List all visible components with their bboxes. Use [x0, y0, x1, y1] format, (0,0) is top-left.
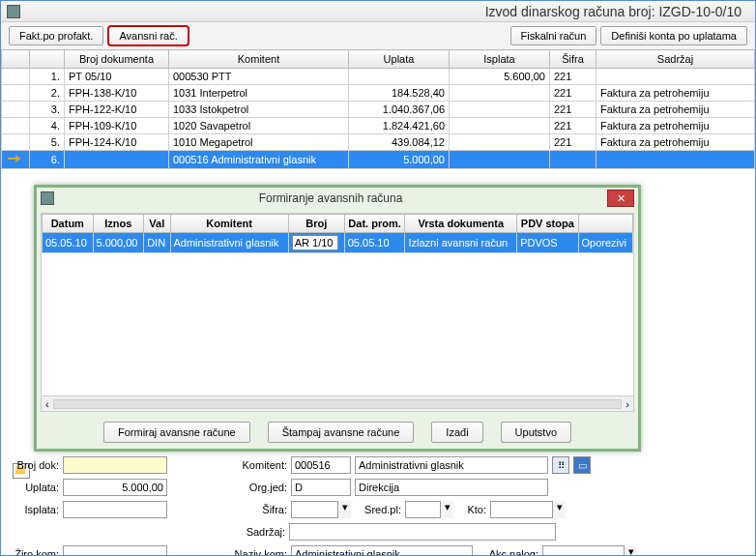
dialog-row-selected[interactable]: 05.05.10 5.000,00 DIN Administrativni gl…: [43, 233, 633, 253]
table-row[interactable]: 5. FPH-124-K/101010 Megapetrol 439.084,1…: [2, 134, 755, 151]
isplata-input[interactable]: [63, 501, 167, 518]
dialog-title: Formiranje avansnih računa: [54, 191, 607, 205]
sifra-input[interactable]: [291, 501, 337, 518]
dcol-vrsta[interactable]: Vrsta dokumenta: [405, 215, 517, 233]
fakt-po-profakt-button[interactable]: Fakt.po profakt.: [9, 26, 103, 45]
dcol-iznos[interactable]: Iznos: [93, 215, 144, 233]
stampaj-button[interactable]: Štampaj avansne račune: [268, 422, 415, 443]
lookup-icon[interactable]: ⠿: [552, 456, 569, 474]
lbl-uplata: Uplata:: [5, 482, 59, 493]
row-arrow-icon: [6, 153, 25, 164]
lbl-sredpl: Sred.pl:: [355, 504, 401, 515]
brojdok-input[interactable]: [63, 456, 167, 474]
lbl-brojdok: Broj dok:: [5, 459, 59, 471]
chevron-down-icon[interactable]: ▾: [337, 501, 351, 518]
lbl-komitent: Komitent:: [171, 459, 287, 471]
lbl-akcnalog: Akc.nalog:: [477, 548, 538, 556]
main-table[interactable]: Broj dokumenta Komitent Uplata Isplata Š…: [1, 49, 755, 169]
orgjed-code-input[interactable]: [291, 479, 351, 496]
chevron-down-icon[interactable]: ▾: [624, 545, 637, 556]
lbl-orgjed: Org.jed:: [171, 482, 287, 493]
uplata-input[interactable]: [63, 479, 167, 496]
card-icon[interactable]: ▭: [573, 456, 591, 474]
kto-input[interactable]: [490, 501, 552, 518]
table-row[interactable]: 4. FPH-109-K/101020 Savapetrol 1.824.421…: [2, 118, 755, 134]
lbl-zirokom: Žiro kom:: [5, 548, 59, 556]
lbl-kto: Kto:: [457, 504, 486, 515]
dialog-app-icon: [41, 191, 54, 205]
broj-input[interactable]: [292, 235, 338, 250]
dcol-pdv[interactable]: PDV stopa: [517, 215, 578, 233]
dialog-h-scroll[interactable]: ‹ ›: [42, 395, 633, 411]
dcol-ost[interactable]: [578, 215, 633, 233]
lbl-sadrzaj: Sadržaj:: [5, 526, 285, 538]
col-sifra[interactable]: Šifra: [550, 50, 596, 69]
dcol-datum[interactable]: Datum: [43, 215, 94, 233]
scroll-left-icon[interactable]: ‹: [45, 398, 49, 410]
orgjed-name-input[interactable]: [355, 479, 548, 496]
avansni-rac-button[interactable]: Avansni rač.: [107, 25, 189, 46]
col-doc[interactable]: Broj dokumenta: [65, 50, 169, 69]
scroll-right-icon[interactable]: ›: [625, 398, 629, 410]
dialog-table[interactable]: Datum Iznos Val Komitent Broj Dat. prom.…: [42, 214, 633, 253]
komitent-name-input[interactable]: [355, 456, 548, 474]
table-header-row: Broj dokumenta Komitent Uplata Isplata Š…: [2, 50, 755, 69]
table-row[interactable]: 3. FPH-122-K/101033 Istokpetrol 1.040.36…: [2, 102, 755, 118]
dcol-komitent[interactable]: Komitent: [170, 215, 288, 233]
form-area: Broj dok: Komitent: ⠿ ▭ Uplata: Org.jed:…: [5, 455, 751, 556]
sredpl-input[interactable]: [405, 501, 440, 518]
definisi-konta-button[interactable]: Definiši konta po uplatama: [600, 26, 747, 45]
dcol-datprom[interactable]: Dat. prom.: [344, 215, 405, 233]
col-uplata[interactable]: Uplata: [349, 50, 450, 69]
lbl-nazivkom: Naziv kom:: [171, 548, 287, 556]
zirokom-input[interactable]: [63, 545, 167, 556]
toolbar: Fakt.po profakt. Avansni rač. Fiskalni r…: [1, 22, 755, 49]
uputstvo-button[interactable]: Uputstvo: [501, 422, 571, 443]
chevron-down-icon[interactable]: ▾: [552, 501, 566, 518]
dcol-broj[interactable]: Broj: [288, 215, 344, 233]
title-bar: Izvod dinarskog računa broj: IZGD-10-0/1…: [1, 1, 755, 22]
formiraj-button[interactable]: Formiraj avansne račune: [103, 422, 250, 443]
nazivkom-input[interactable]: [291, 545, 473, 556]
app-icon: [7, 5, 20, 18]
sadrzaj-input[interactable]: [289, 523, 556, 541]
col-komitent[interactable]: Komitent: [169, 50, 349, 69]
fiskalni-racun-button[interactable]: Fiskalni račun: [510, 26, 597, 45]
dialog-title-bar: Formiranje avansnih računa ✕: [37, 188, 638, 209]
window-title: Izvod dinarskog računa broj: IZGD-10-0/1…: [26, 4, 749, 19]
col-sadrzaj[interactable]: Sadržaj: [596, 50, 755, 69]
close-icon[interactable]: ✕: [607, 190, 634, 207]
lbl-isplata: Isplata:: [5, 504, 59, 515]
table-row-selected[interactable]: 6. 000516 Administrativni glasnik 5.000,…: [2, 151, 755, 169]
izadji-button[interactable]: Izađi: [431, 422, 482, 443]
komitent-code-input[interactable]: [291, 456, 351, 474]
avans-dialog: Formiranje avansnih računa ✕ Datum Iznos…: [34, 185, 641, 452]
table-row[interactable]: 1. PT 05/10000530 PTT 5.600,00 221: [2, 69, 755, 85]
table-row[interactable]: 2. FPH-138-K/101031 Interpetrol 184.528,…: [2, 85, 755, 102]
col-isplata[interactable]: Isplata: [450, 50, 550, 69]
dcol-val[interactable]: Val: [144, 215, 170, 233]
lbl-sifra: Šifra:: [171, 504, 287, 515]
akcnalog-input[interactable]: [542, 545, 624, 556]
chevron-down-icon[interactable]: ▾: [440, 501, 453, 518]
